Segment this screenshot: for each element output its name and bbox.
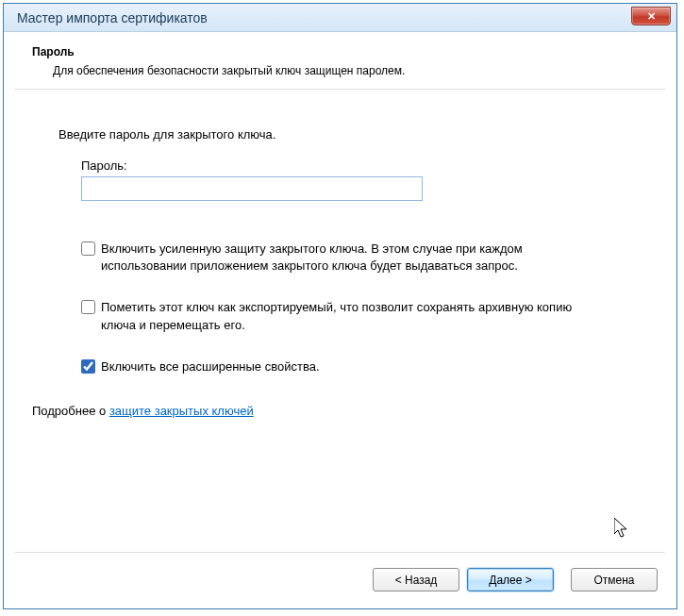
option-exportable: Пометить этот ключ как экспортируемый, ч… xyxy=(81,299,609,333)
instruction-text: Введите пароль для закрытого ключа. xyxy=(58,127,648,142)
next-button[interactable]: Далее > xyxy=(467,568,554,591)
exportable-checkbox[interactable] xyxy=(81,300,95,314)
back-button[interactable]: < Назад xyxy=(373,568,459,591)
password-input[interactable] xyxy=(81,176,423,201)
close-button[interactable]: ✕ xyxy=(631,7,671,25)
extended-props-label[interactable]: Включить все расширенные свойства. xyxy=(101,358,320,375)
options-group: Включить усиленную защиту закрытого ключ… xyxy=(81,241,648,375)
titlebar: Мастер импорта сертификатов ✕ xyxy=(4,4,676,32)
strong-protection-checkbox[interactable] xyxy=(81,241,95,256)
extended-props-checkbox[interactable] xyxy=(81,359,95,374)
option-extended-props: Включить все расширенные свойства. xyxy=(81,358,609,375)
more-info-prefix: Подробнее о xyxy=(32,404,109,418)
more-info: Подробнее о защите закрытых ключей xyxy=(32,404,648,418)
page-heading: Пароль xyxy=(32,45,648,58)
page-subheading: Для обеспечения безопасности закрытый кл… xyxy=(53,64,648,77)
option-strong-protection: Включить усиленную защиту закрытого ключ… xyxy=(81,241,609,275)
close-icon: ✕ xyxy=(647,10,656,23)
wizard-window: Мастер импорта сертификатов ✕ Пароль Для… xyxy=(3,3,677,609)
divider-top xyxy=(15,89,665,90)
wizard-content: Пароль Для обеспечения безопасности закр… xyxy=(4,32,676,514)
password-block: Пароль: xyxy=(81,158,648,201)
strong-protection-label[interactable]: Включить усиленную защиту закрытого ключ… xyxy=(101,241,609,275)
exportable-label[interactable]: Пометить этот ключ как экспортируемый, ч… xyxy=(101,299,609,333)
more-info-link[interactable]: защите закрытых ключей xyxy=(109,404,254,418)
wizard-footer: < Назад Далее > Отмена xyxy=(4,553,676,608)
password-label: Пароль: xyxy=(81,158,648,173)
cancel-button[interactable]: Отмена xyxy=(571,568,658,591)
window-title: Мастер импорта сертификатов xyxy=(17,10,208,25)
